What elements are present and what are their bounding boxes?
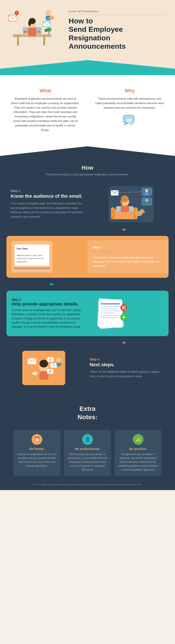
note-timely: ⏰ Be timely. Announce resignations as so… [13,430,60,476]
svg-point-76 [56,358,61,362]
svg-rect-54 [101,308,117,309]
step3-text-side: Step 3 Only provide appropriate details.… [6,293,87,334]
email-body: Effective March 8, 2023, Mike Jones will… [17,254,47,263]
svg-rect-43 [145,192,149,195]
step4-number: Step 4 [90,358,164,361]
step4-container: Q A @ Step 4 Next steps. There can be ad… [6,346,169,390]
step4-illustration: Q A @ [22,351,65,385]
svg-rect-77 [57,362,61,366]
svg-text:!: ! [16,12,17,14]
chat-icon-wrap [95,114,164,127]
what-why-cards: What Employee resignation announcements … [0,75,175,145]
step3-to-step4-arrow: ➔ [6,340,169,346]
svg-rect-1 [17,37,19,46]
why-card: Why These announcements help with transp… [91,84,169,136]
note-timely-title: Be timely. [17,447,57,450]
teal-triangle-top [0,60,175,69]
teal-top-bar [0,69,175,75]
svg-rect-22 [48,18,49,19]
step3-title: Only provide appropriate details. [11,302,82,306]
dark-triangle [0,145,175,156]
svg-point-15 [45,10,51,16]
why-heading: Why [95,88,164,94]
step1-svg [109,186,154,222]
extra-notes-title: Extra Notes: [6,404,169,421]
step2-title: Be concise. [93,249,164,254]
laptop-screen: Dear Team, Effective March 8, 2023, Mike… [14,244,49,266]
professional-icon: 👤 [85,437,91,442]
svg-point-20 [44,29,48,32]
svg-rect-53 [101,306,120,307]
step3-image-side [87,291,169,336]
extra-notes-body: ⏰ Be timely. Announce resignations as so… [0,430,175,480]
svg-rect-2 [43,37,45,46]
timely-icon: ⏰ [34,437,40,442]
svg-text:@: @ [49,370,52,373]
step3-number: Step 3 [11,298,82,302]
how-section: How Follow these steps to craft appropri… [0,156,175,398]
svg-rect-36 [121,199,123,206]
svg-rect-57 [101,315,120,316]
svg-marker-24 [124,123,128,125]
svg-rect-48 [145,202,149,204]
header-divider [69,14,167,15]
positive-icon-circle: 👍 [133,434,144,445]
note-positive-text: Resignations are inevitable in business,… [118,452,158,472]
svg-rect-55 [101,310,120,311]
svg-text:Q: Q [49,358,51,361]
step1-title: Know the audience of the email. [11,194,85,199]
step1-body: If an email is company-wide, the informa… [11,201,85,219]
svg-point-47 [145,199,148,202]
timely-icon-circle: ⏰ [31,434,42,445]
step4-title: Next steps. [90,362,164,368]
note-timely-text: Announce resignations as soon as possibl… [17,452,57,468]
step4-svg: Q A @ [24,352,63,384]
step2-text-side: Step 2 Be concise. The first line of the… [87,240,169,273]
svg-point-69 [39,360,48,368]
step1-container: Step 1 Know the audience of the email. I… [6,182,169,226]
page-title: How to Send Employee Resignation Announc… [69,17,167,50]
note-professional-title: Be professional. [67,447,108,450]
positive-icon: 👍 [135,437,141,442]
step2-container: Dear Team, Effective March 8, 2023, Mike… [6,236,169,278]
professional-icon-circle: 👤 [82,434,93,445]
company-name: Zuvar HR Consultancy [69,10,167,13]
header-illustration: ! [6,6,62,54]
step3-container: Step 3 Only provide appropriate details.… [6,291,169,336]
what-text: Employee resignation announcements are s… [11,96,80,132]
svg-marker-26 [130,122,133,125]
svg-rect-7 [28,28,36,36]
svg-rect-34 [121,206,129,212]
svg-rect-58 [101,317,118,318]
laptop-keyboard [13,268,50,269]
what-why-bottom [0,145,175,156]
step1-image [94,185,169,224]
svg-point-42 [145,189,148,192]
step4-body: There can be additional notes on what's … [90,370,164,379]
svg-text:A: A [53,364,55,367]
extra-notes-header: Extra Notes: [0,398,175,430]
step2-number: Step 2 [93,246,164,249]
header-text: Zuvar HR Consultancy How to Send Employe… [62,10,167,50]
step3-svg [93,296,131,330]
what-heading: What [11,88,80,94]
step2-image-side: Dear Team, Effective March 8, 2023, Mike… [6,236,87,278]
step4-image: Q A @ [6,348,81,387]
note-professional: 👤 Be professional. Don't include persona… [64,430,111,476]
step3-body: In some cases, an employee may want to s… [11,308,82,329]
step2-to-step3-arrow: ⬅ [6,281,169,287]
note-positive-title: Be positive. [118,447,158,450]
what-card: What Employee resignation announcements … [6,84,84,136]
step1-number: Step 1 [11,189,85,192]
what-why-section: What Employee resignation announcements … [0,69,175,156]
svg-rect-52 [101,303,120,304]
step1-to-step2-arrow: ➔ [6,226,169,232]
step2-body: The first line of the email should state… [93,256,164,268]
header-bottom-band [0,60,175,69]
source-bar: Source: https://www.thejub.com/employee-… [0,480,175,490]
note-positive: 👍 Be positive. Resignations are inevitab… [115,430,162,476]
how-heading: How [6,164,169,171]
step1-text: Step 1 Know the audience of the email. I… [6,184,90,224]
svg-point-40 [144,211,145,213]
how-subtitle: Follow these steps to craft appropriate … [6,173,169,176]
